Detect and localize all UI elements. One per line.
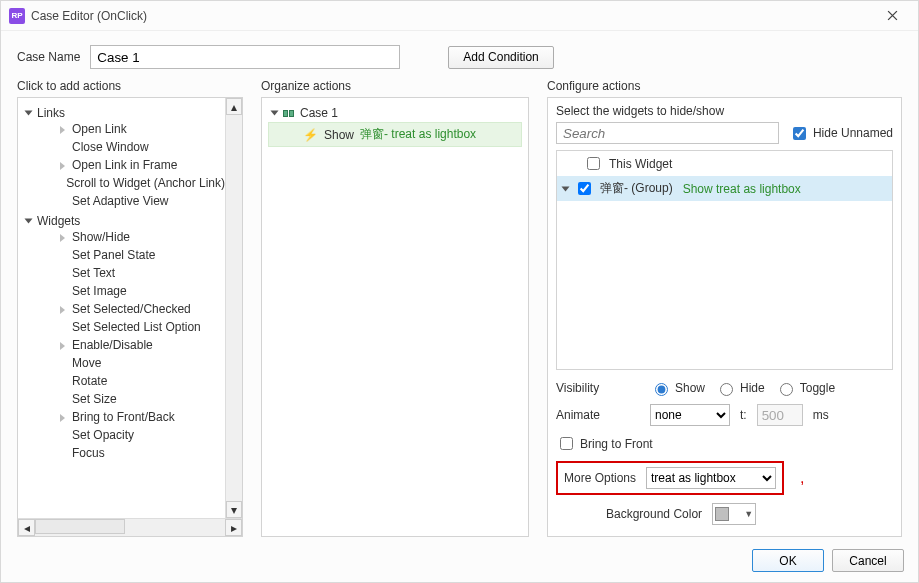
- more-options-row: More Options treat as lightbox ,: [556, 461, 893, 495]
- group-links[interactable]: Links: [22, 106, 225, 120]
- case-name-row: Case Name Add Condition: [1, 31, 918, 79]
- organize-tree[interactable]: Case 1 ⚡ Show 弹窗- treat as lightbox: [262, 98, 528, 536]
- action-set-selected[interactable]: Set Selected/Checked: [32, 300, 225, 318]
- case-icon: [283, 110, 294, 117]
- action-bring-to-front-back[interactable]: Bring to Front/Back: [32, 408, 225, 426]
- group-widgets[interactable]: Widgets: [22, 214, 225, 228]
- search-input[interactable]: [556, 122, 779, 144]
- bolt-icon: ⚡: [303, 128, 318, 142]
- scroll-thumb[interactable]: [35, 519, 125, 534]
- action-rotate[interactable]: Rotate: [32, 372, 225, 390]
- action-open-link[interactable]: Open Link: [32, 120, 225, 138]
- caret-right-icon: [60, 234, 65, 242]
- more-options-select[interactable]: treat as lightbox: [646, 467, 776, 489]
- configure-options: Visibility Show Hide Toggle Animate none…: [548, 370, 901, 533]
- action-set-size[interactable]: Set Size: [32, 390, 225, 408]
- configure-column: Configure actions Select the widgets to …: [547, 79, 902, 537]
- window-title: Case Editor (OnClick): [31, 9, 874, 23]
- hide-unnamed-checkbox[interactable]: Hide Unnamed: [789, 124, 893, 143]
- scroll-left-icon[interactable]: ◂: [18, 519, 35, 536]
- action-close-window[interactable]: Close Window: [32, 138, 225, 156]
- search-row: Hide Unnamed: [548, 122, 901, 150]
- configure-sublabel: Select the widgets to hide/show: [548, 98, 901, 122]
- animate-select[interactable]: none: [650, 404, 730, 426]
- animate-duration[interactable]: [757, 404, 803, 426]
- titlebar: RP Case Editor (OnClick): [1, 1, 918, 31]
- close-button[interactable]: [874, 2, 910, 30]
- organize-case[interactable]: Case 1: [268, 104, 522, 122]
- organize-column: Organize actions Case 1 ⚡ Show 弹窗- treat…: [261, 79, 529, 537]
- annotation-mark: ,: [800, 469, 804, 487]
- actions-hscroll[interactable]: ◂ ▸: [18, 518, 242, 536]
- action-set-panel-state[interactable]: Set Panel State: [32, 246, 225, 264]
- action-show-hide[interactable]: Show/Hide: [32, 228, 225, 246]
- caret-right-icon: [60, 126, 65, 134]
- widget-check[interactable]: [578, 182, 591, 195]
- visibility-hide[interactable]: Hide: [715, 380, 765, 396]
- actions-header: Click to add actions: [17, 79, 243, 93]
- action-set-opacity[interactable]: Set Opacity: [32, 426, 225, 444]
- visibility-show[interactable]: Show: [650, 380, 705, 396]
- bgcolor-row: Background Color ▼: [556, 503, 893, 525]
- action-set-adaptive-view[interactable]: Set Adaptive View: [32, 192, 225, 210]
- widget-check[interactable]: [587, 157, 600, 170]
- widget-row-popup[interactable]: 弹窗- (Group) Show treat as lightbox: [557, 176, 892, 201]
- organize-header: Organize actions: [261, 79, 529, 93]
- columns: Click to add actions Links Open Link Clo…: [1, 79, 918, 549]
- more-options-highlight: More Options treat as lightbox: [556, 461, 784, 495]
- cancel-button[interactable]: Cancel: [832, 549, 904, 572]
- bring-to-front-checkbox[interactable]: Bring to Front: [556, 434, 653, 453]
- configure-panel: Select the widgets to hide/show Hide Unn…: [547, 97, 902, 537]
- caret-right-icon: [60, 162, 65, 170]
- scroll-up-icon[interactable]: ▴: [226, 98, 242, 115]
- action-set-text[interactable]: Set Text: [32, 264, 225, 282]
- case-editor-dialog: RP Case Editor (OnClick) Case Name Add C…: [0, 0, 919, 583]
- actions-column: Click to add actions Links Open Link Clo…: [17, 79, 243, 537]
- organize-action[interactable]: ⚡ Show 弹窗- treat as lightbox: [268, 122, 522, 147]
- chevron-down-icon: ▼: [744, 509, 753, 519]
- widget-list[interactable]: This Widget 弹窗- (Group) Show treat as li…: [556, 150, 893, 370]
- action-enable-disable[interactable]: Enable/Disable: [32, 336, 225, 354]
- actions-panel: Links Open Link Close Window Open Link i…: [17, 97, 243, 537]
- caret-down-icon: [25, 219, 33, 224]
- action-set-image[interactable]: Set Image: [32, 282, 225, 300]
- app-icon: RP: [9, 8, 25, 24]
- action-open-link-in-frame[interactable]: Open Link in Frame: [32, 156, 225, 174]
- add-condition-button[interactable]: Add Condition: [448, 46, 553, 69]
- action-focus[interactable]: Focus: [32, 444, 225, 462]
- hide-unnamed-input[interactable]: [793, 127, 806, 140]
- visibility-row: Visibility Show Hide Toggle: [556, 380, 893, 396]
- case-name-input[interactable]: [90, 45, 400, 69]
- widget-row-this[interactable]: This Widget: [557, 151, 892, 176]
- actions-vscroll[interactable]: ▴ ▾: [225, 98, 242, 518]
- close-icon: [887, 10, 898, 21]
- scroll-right-icon[interactable]: ▸: [225, 519, 242, 536]
- dialog-footer: OK Cancel: [752, 549, 904, 572]
- caret-right-icon: [60, 342, 65, 350]
- caret-right-icon: [60, 414, 65, 422]
- action-move[interactable]: Move: [32, 354, 225, 372]
- actions-tree[interactable]: Links Open Link Close Window Open Link i…: [18, 98, 242, 536]
- action-scroll-to-widget[interactable]: Scroll to Widget (Anchor Link): [32, 174, 225, 192]
- scroll-down-icon[interactable]: ▾: [226, 501, 242, 518]
- configure-header: Configure actions: [547, 79, 902, 93]
- case-name-label: Case Name: [17, 50, 80, 64]
- caret-down-icon: [25, 111, 33, 116]
- bgcolor-picker[interactable]: ▼: [712, 503, 756, 525]
- caret-down-icon: [562, 186, 570, 191]
- bring-to-front-row: Bring to Front: [556, 434, 893, 453]
- caret-down-icon: [271, 111, 279, 116]
- color-swatch-icon: [715, 507, 729, 521]
- organize-panel: Case 1 ⚡ Show 弹窗- treat as lightbox: [261, 97, 529, 537]
- animate-row: Animate none t: ms: [556, 404, 893, 426]
- caret-right-icon: [60, 306, 65, 314]
- ok-button[interactable]: OK: [752, 549, 824, 572]
- action-set-selected-list[interactable]: Set Selected List Option: [32, 318, 225, 336]
- visibility-toggle[interactable]: Toggle: [775, 380, 835, 396]
